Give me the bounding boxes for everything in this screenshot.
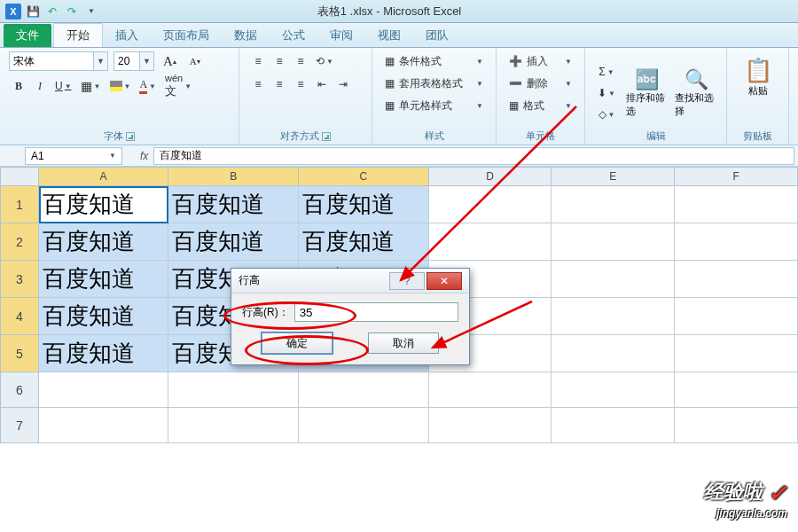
redo-icon[interactable]: ↷: [64, 4, 80, 20]
name-box[interactable]: A1 ▼: [25, 147, 122, 165]
cell[interactable]: 百度知道: [168, 186, 299, 223]
underline-button[interactable]: U▼: [51, 76, 75, 96]
italic-button[interactable]: I: [30, 76, 50, 96]
bold-button[interactable]: B: [9, 76, 28, 96]
fx-button[interactable]: fx: [140, 150, 148, 162]
cell[interactable]: 百度知道: [299, 186, 429, 223]
cell[interactable]: 百度知道: [39, 335, 169, 372]
cell[interactable]: 百度知道: [168, 223, 299, 261]
row-header[interactable]: 1: [0, 186, 39, 223]
tab-insert[interactable]: 插入: [103, 24, 151, 47]
indent-decrease-button[interactable]: ⇤: [312, 74, 332, 94]
fill-color-button[interactable]: ▼: [106, 76, 135, 96]
qat-more-icon[interactable]: ▼: [83, 4, 99, 20]
align-center-button[interactable]: ≡: [270, 74, 289, 94]
dialog-launcher-icon[interactable]: [126, 132, 135, 141]
cell[interactable]: [675, 335, 798, 372]
insert-cells-button[interactable]: ➕插入▼: [505, 51, 575, 71]
cell[interactable]: [299, 372, 429, 408]
font-size-input[interactable]: 20: [113, 51, 140, 71]
tab-file[interactable]: 文件: [4, 24, 51, 47]
tab-data[interactable]: 数据: [222, 24, 270, 47]
tab-view[interactable]: 视图: [365, 24, 413, 47]
cell[interactable]: [552, 335, 675, 372]
cell[interactable]: [552, 223, 675, 261]
cell[interactable]: [299, 408, 429, 443]
row-header[interactable]: 2: [0, 223, 39, 261]
row-height-input[interactable]: [294, 302, 458, 322]
border-button[interactable]: ▦▼: [77, 76, 105, 96]
tab-page-layout[interactable]: 页面布局: [151, 24, 222, 47]
cell[interactable]: [675, 298, 798, 335]
cell[interactable]: [168, 372, 299, 408]
font-name-input[interactable]: 宋体: [9, 51, 94, 71]
row-header[interactable]: 6: [0, 372, 39, 408]
tab-home[interactable]: 开始: [53, 23, 103, 47]
find-select-button[interactable]: 🔍 查找和选择: [675, 68, 717, 118]
row-header[interactable]: 4: [0, 298, 39, 335]
help-button[interactable]: ?: [389, 272, 425, 290]
clear-button[interactable]: ◇▼: [594, 105, 619, 124]
cell[interactable]: [552, 261, 675, 298]
autosum-button[interactable]: Σ▼: [594, 62, 619, 82]
dialog-title-bar[interactable]: 行高 ? ✕: [231, 269, 469, 293]
cell[interactable]: 百度知道: [39, 261, 169, 298]
cell[interactable]: 百度知道: [39, 186, 169, 223]
cell[interactable]: 百度知道: [39, 223, 169, 261]
indent-increase-button[interactable]: ⇥: [333, 74, 353, 94]
cell[interactable]: [429, 372, 552, 408]
chevron-down-icon[interactable]: ▼: [140, 51, 154, 71]
format-cells-button[interactable]: ▦格式▼: [505, 96, 575, 115]
row-header[interactable]: 3: [0, 261, 39, 298]
cell[interactable]: [675, 223, 798, 261]
cell[interactable]: [429, 408, 552, 443]
align-left-button[interactable]: ≡: [248, 74, 268, 94]
column-header[interactable]: E: [552, 167, 675, 186]
cell[interactable]: 百度知道: [299, 223, 429, 261]
undo-icon[interactable]: ↶: [44, 4, 60, 20]
cell[interactable]: [429, 186, 552, 223]
cell[interactable]: [675, 261, 798, 298]
ok-button[interactable]: 确定: [262, 332, 332, 354]
tab-formula[interactable]: 公式: [270, 24, 317, 47]
align-middle-button[interactable]: ≡: [270, 51, 289, 71]
cell[interactable]: [552, 298, 675, 335]
column-header[interactable]: F: [675, 167, 798, 186]
column-header[interactable]: D: [429, 167, 552, 186]
grow-font-button[interactable]: A▴: [160, 51, 180, 71]
cell[interactable]: [429, 223, 552, 261]
save-icon[interactable]: 💾: [25, 4, 41, 20]
select-all-corner[interactable]: [0, 167, 39, 186]
cell[interactable]: [39, 372, 169, 408]
chevron-down-icon[interactable]: ▼: [94, 51, 108, 71]
row-header[interactable]: 7: [0, 408, 39, 443]
font-size-combo[interactable]: 20 ▼: [113, 51, 154, 71]
column-header[interactable]: B: [168, 167, 299, 186]
shrink-font-button[interactable]: A▾: [185, 51, 205, 71]
cell[interactable]: [552, 186, 675, 223]
align-bottom-button[interactable]: ≡: [291, 51, 310, 71]
cell[interactable]: [675, 186, 798, 223]
tab-team[interactable]: 团队: [413, 24, 461, 47]
cell[interactable]: [675, 372, 798, 408]
cell[interactable]: [168, 408, 299, 443]
paste-button[interactable]: 📋 粘贴: [744, 57, 772, 98]
row-header[interactable]: 5: [0, 335, 39, 372]
delete-cells-button[interactable]: ➖删除▼: [505, 74, 575, 93]
orientation-button[interactable]: ⟲▼: [312, 51, 337, 71]
phonetic-button[interactable]: wén文▼: [161, 76, 195, 96]
cell[interactable]: [552, 372, 675, 408]
font-name-combo[interactable]: 宋体 ▼: [9, 51, 108, 71]
align-right-button[interactable]: ≡: [291, 74, 310, 94]
cell[interactable]: [39, 408, 169, 443]
cell-style-button[interactable]: ▦单元格样式▼: [381, 96, 487, 115]
font-color-button[interactable]: A▼: [136, 76, 160, 96]
tab-review[interactable]: 审阅: [317, 24, 365, 47]
conditional-format-button[interactable]: ▦条件格式▼: [381, 51, 487, 71]
dialog-launcher-icon[interactable]: [322, 132, 331, 141]
cancel-button[interactable]: 取消: [368, 332, 439, 354]
column-header[interactable]: C: [299, 167, 429, 186]
formula-bar[interactable]: 百度知道: [153, 147, 794, 165]
sort-filter-button[interactable]: 🔤 排序和筛选: [626, 68, 669, 118]
align-top-button[interactable]: ≡: [248, 51, 268, 71]
